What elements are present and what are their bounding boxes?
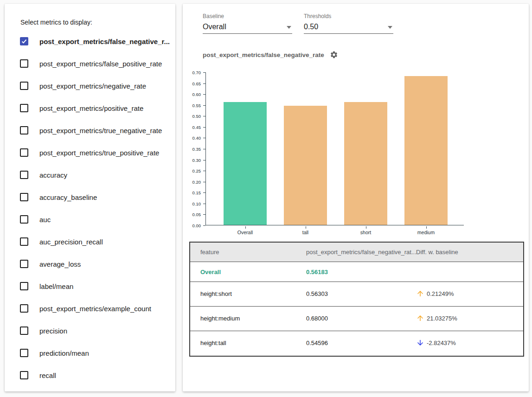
y-axis-tick-label: 0.05 (185, 212, 201, 217)
x-axis-tick-label: short (338, 230, 394, 235)
y-axis-tick-label: 0.35 (185, 147, 201, 152)
checkbox-checked-icon[interactable] (20, 37, 28, 45)
y-axis-tick-mark (203, 225, 205, 226)
metric-item-auc[interactable]: auc (5, 208, 175, 231)
column-header-feature: feature (200, 249, 219, 256)
checkbox-unchecked-icon[interactable] (20, 148, 28, 157)
checkbox-unchecked-icon[interactable] (20, 349, 28, 357)
checkbox-unchecked-icon[interactable] (20, 193, 28, 201)
baseline-dropdown-value[interactable]: Overall (203, 21, 292, 32)
checkbox-unchecked-icon[interactable] (20, 104, 28, 112)
cell-diff: 21.03275% (416, 314, 457, 322)
metrics-table: feature post_export_metrics/false_negati… (189, 242, 524, 357)
checkbox-unchecked-icon[interactable] (20, 82, 28, 90)
y-axis-tick-label: 0.15 (185, 190, 201, 195)
thresholds-dropdown[interactable]: Thresholds 0.50 (304, 13, 393, 34)
bar-tall (284, 106, 327, 225)
checkbox-unchecked-icon[interactable] (20, 260, 28, 268)
metric-item-label: prediction/mean (39, 349, 89, 357)
x-axis-tick-label: medium (398, 230, 454, 235)
column-header-metric: post_export_metrics/false_negative_rat..… (306, 249, 417, 256)
column-header-diff: Diff. w. baseline (416, 249, 458, 256)
y-axis-tick-label: 0.55 (185, 103, 201, 108)
y-axis-tick-label: 0.50 (185, 114, 201, 119)
cell-feature: Overall (200, 269, 221, 275)
metric-item-auc-precision-recall[interactable]: auc_precision_recall (5, 231, 175, 253)
checkbox-unchecked-icon[interactable] (20, 371, 28, 379)
thresholds-dropdown-value[interactable]: 0.50 (304, 21, 393, 32)
checkbox-unchecked-icon[interactable] (20, 215, 28, 224)
metric-item-post-export-metrics-example-count[interactable]: post_export_metrics/example_count (5, 297, 175, 320)
metric-item-post-export-metrics-false-negative-r-[interactable]: post_export_metrics/false_negative_r... (5, 30, 175, 52)
metric-item-label: auc (39, 216, 51, 224)
checkbox-unchecked-icon[interactable] (20, 126, 28, 134)
metric-selector-panel: Select metrics to display: post_export_m… (5, 4, 175, 391)
metric-item-post-export-metrics-false-positive-rate[interactable]: post_export_metrics/false_positive_rate (5, 52, 175, 75)
y-axis-tick-mark (203, 192, 205, 193)
arrow-down-icon (416, 339, 424, 347)
diff-percentage: -2.82437% (427, 339, 456, 346)
checkbox-unchecked-icon[interactable] (20, 59, 28, 68)
y-axis-tick-label: 0.40 (185, 135, 201, 141)
metric-list: post_export_metrics/false_negative_r...p… (5, 30, 175, 386)
x-axis-tick-label: Overall (218, 230, 273, 235)
table-header: feature post_export_metrics/false_negati… (190, 243, 523, 262)
cell-diff: -2.82437% (416, 339, 456, 347)
metric-item-accuracy[interactable]: accuracy (5, 164, 175, 186)
y-axis-tick-label: 0.25 (185, 168, 201, 173)
y-axis-tick-mark (203, 171, 205, 171)
cell-feature: height:medium (200, 315, 240, 322)
metrics-display-panel: Baseline Overall Thresholds 0.50 post_ex… (183, 4, 529, 391)
arrow-up-icon (416, 289, 424, 298)
y-axis-tick-label: 0.45 (185, 125, 201, 130)
checkbox-unchecked-icon[interactable] (20, 327, 28, 335)
table-row-height-medium: height:medium0.6800021.03275% (190, 307, 523, 331)
y-axis-tick-mark (203, 149, 205, 149)
metric-item-label: average_loss (39, 260, 81, 268)
checkbox-unchecked-icon[interactable] (20, 171, 28, 179)
metric-item-label: label/mean (39, 282, 73, 290)
diff-percentage: 0.21249% (427, 290, 454, 297)
metric-item-label: post_export_metrics/example_count (39, 305, 151, 313)
chevron-down-icon[interactable] (287, 26, 291, 29)
y-axis-tick-label: 0.65 (185, 81, 201, 86)
metric-item-label: auc_precision_recall (39, 238, 103, 246)
y-axis-tick-mark (203, 182, 205, 182)
metric-item-precision[interactable]: precision (5, 320, 175, 342)
metric-item-label-mean[interactable]: label/mean (5, 275, 175, 297)
checkbox-unchecked-icon[interactable] (20, 282, 28, 290)
metric-item-accuracy-baseline[interactable]: accuracy_baseline (5, 186, 175, 208)
metric-item-post-export-metrics-true-negative-rate[interactable]: post_export_metrics/true_negative_rate (5, 119, 175, 141)
table-row-Overall: Overall0.56183 (190, 262, 523, 282)
metric-item-prediction-mean[interactable]: prediction/mean (5, 342, 175, 364)
metric-item-label: accuracy_baseline (39, 193, 97, 201)
x-axis-tick-mark (306, 226, 306, 229)
cell-metric-value: 0.56303 (306, 290, 328, 297)
bar-chart: 0.000.050.100.150.200.250.300.350.400.45… (205, 72, 464, 225)
checkbox-unchecked-icon[interactable] (20, 237, 28, 246)
chart-title: post_export_metrics/false_negative_rate (203, 51, 324, 58)
cell-feature: height:tall (200, 339, 226, 346)
baseline-dropdown[interactable]: Baseline Overall (203, 13, 292, 34)
y-axis-tick-label: 0.10 (185, 201, 201, 206)
arrow-up-icon (416, 314, 424, 322)
metric-item-label: post_export_metrics/positive_rate (39, 104, 143, 112)
chevron-down-icon[interactable] (388, 26, 392, 29)
y-axis-tick-label: 0.30 (185, 158, 201, 163)
metric-item-average-loss[interactable]: average_loss (5, 253, 175, 275)
metric-item-recall[interactable]: recall (5, 364, 175, 386)
thresholds-dropdown-label: Thresholds (304, 13, 393, 19)
cell-metric-value: 0.54596 (306, 339, 328, 346)
table-row-height-tall: height:tall0.54596-2.82437% (190, 331, 523, 356)
x-axis-tick-label: tall (278, 230, 333, 235)
gear-icon[interactable] (330, 51, 338, 59)
metric-item-label: post_export_metrics/negative_rate (39, 82, 146, 90)
y-axis-tick-mark (203, 72, 205, 73)
y-axis-tick-mark (203, 214, 205, 215)
metric-item-post-export-metrics-negative-rate[interactable]: post_export_metrics/negative_rate (5, 75, 175, 97)
checkbox-unchecked-icon[interactable] (20, 304, 28, 313)
metric-item-label: post_export_metrics/true_negative_rate (39, 127, 162, 134)
metric-item-post-export-metrics-true-positive-rate[interactable]: post_export_metrics/true_positive_rate (5, 141, 175, 164)
bar-Overall (224, 102, 267, 225)
metric-item-post-export-metrics-positive-rate[interactable]: post_export_metrics/positive_rate (5, 97, 175, 119)
